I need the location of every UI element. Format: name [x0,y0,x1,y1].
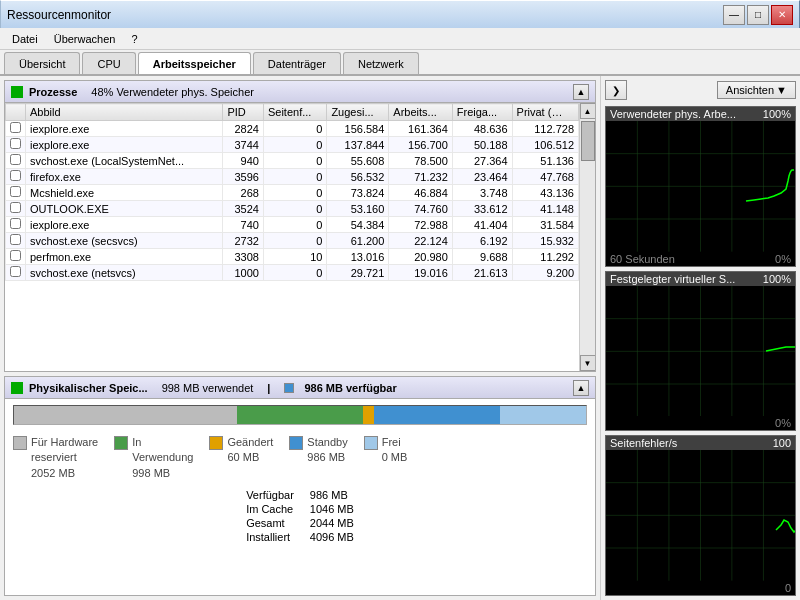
row-freiga: 41.404 [452,217,512,233]
tab-arbeitsspeicher[interactable]: Arbeitsspeicher [138,52,251,74]
row-checkbox[interactable] [6,153,26,169]
row-freiga: 6.192 [452,233,512,249]
row-seitenf: 10 [263,249,326,265]
close-button[interactable]: ✕ [771,5,793,25]
row-zugesi: 53.160 [327,201,389,217]
table-row[interactable]: svchost.exe (secsvcs) 2732 0 61.200 22.1… [6,233,579,249]
bar-free [500,406,586,424]
table-row[interactable]: Mcshield.exe 268 0 73.824 46.884 3.748 4… [6,185,579,201]
legend-standby-color [289,436,303,450]
tab-datentrager[interactable]: Datenträger [253,52,341,74]
table-row[interactable]: firefox.exe 3596 0 56.532 71.232 23.464 … [6,169,579,185]
col-seitenf[interactable]: Seitenf... [263,104,326,121]
memory-title-group: Physikalischer Speic... 998 MB verwendet… [11,382,397,394]
col-checkbox [6,104,26,121]
tab-netzwerk[interactable]: Netzwerk [343,52,419,74]
memory-status-indicator [11,382,23,394]
row-checkbox[interactable] [6,249,26,265]
legend-standby-text: Standby986 MB [307,435,347,466]
row-checkbox[interactable] [6,233,26,249]
stat-installiert-label: Installiert [246,531,294,543]
bar-hardware [14,406,237,424]
chart-virtual-canvas [606,286,795,417]
memory-header: Physikalischer Speic... 998 MB verwendet… [5,377,595,399]
table-row[interactable]: iexplore.exe 740 0 54.384 72.988 41.404 … [6,217,579,233]
legend-inuse: InVerwendung998 MB [114,435,193,481]
ansichten-button[interactable]: Ansichten ▼ [717,81,796,99]
row-privat: 9.200 [512,265,578,281]
table-row[interactable]: svchost.exe (netsvcs) 1000 0 29.721 19.0… [6,265,579,281]
row-arbeits: 78.500 [389,153,452,169]
row-seitenf: 0 [263,137,326,153]
row-privat: 31.584 [512,217,578,233]
row-checkbox[interactable] [6,201,26,217]
memory-legend: Für Hardwarereserviert2052 MB InVerwendu… [5,431,595,485]
legend-modified-color [209,436,223,450]
scroll-up-btn[interactable]: ▲ [580,103,596,119]
row-checkbox[interactable] [6,265,26,281]
menu-uberwachen[interactable]: Überwachen [46,31,124,47]
row-name: firefox.exe [26,169,223,185]
memory-separator: | [267,382,270,394]
main-area: Prozesse 48% Verwendeter phys. Speicher … [0,76,800,600]
legend-free: Frei0 MB [364,435,408,481]
row-checkbox[interactable] [6,185,26,201]
row-checkbox[interactable] [6,169,26,185]
row-seitenf: 0 [263,233,326,249]
row-arbeits: 161.364 [389,121,452,137]
col-abbild[interactable]: Abbild [26,104,223,121]
row-privat: 47.768 [512,169,578,185]
scroll-down-btn[interactable]: ▼ [580,355,596,371]
memory-section: Physikalischer Speic... 998 MB verwendet… [4,376,596,596]
chart-virtual: Festgelegter virtueller S... 100% 0% [605,271,796,432]
col-privat[interactable]: Privat (… [512,104,578,121]
legend-free-text: Frei0 MB [382,435,408,466]
memory-stats-area: Verfügbar 986 MB Im Cache 1046 MB Gesamt… [5,485,595,547]
row-arbeits: 74.760 [389,201,452,217]
processes-collapse-btn[interactable]: ▲ [573,84,589,100]
legend-hardware-color [13,436,27,450]
col-arbeits[interactable]: Arbeits... [389,104,452,121]
col-pid[interactable]: PID [223,104,264,121]
process-table-container[interactable]: Abbild PID Seitenf... Zugesi... Arbeits.… [5,103,579,371]
nav-back-button[interactable]: ❯ [605,80,627,100]
processes-title-group: Prozesse 48% Verwendeter phys. Speicher [11,86,254,98]
row-checkbox[interactable] [6,137,26,153]
row-privat: 51.136 [512,153,578,169]
table-row[interactable]: iexplore.exe 2824 0 156.584 161.364 48.6… [6,121,579,137]
maximize-button[interactable]: □ [747,5,769,25]
row-checkbox[interactable] [6,121,26,137]
processes-title: Prozesse [29,86,77,98]
memory-available: 986 MB verfügbar [304,382,396,394]
left-panel: Prozesse 48% Verwendeter phys. Speicher … [0,76,600,600]
tab-cpu[interactable]: CPU [82,52,135,74]
table-row[interactable]: perfmon.exe 3308 10 13.016 20.980 9.688 … [6,249,579,265]
row-freiga: 27.364 [452,153,512,169]
table-row[interactable]: iexplore.exe 3744 0 137.844 156.700 50.1… [6,137,579,153]
row-freiga: 9.688 [452,249,512,265]
memory-collapse-btn[interactable]: ▲ [573,380,589,396]
col-freiga[interactable]: Freiga... [452,104,512,121]
menu-datei[interactable]: Datei [4,31,46,47]
chart-virtual-bottom-label: 0% [775,417,791,429]
table-row[interactable]: OUTLOOK.EXE 3524 0 53.160 74.760 33.612 … [6,201,579,217]
minimize-button[interactable]: — [723,5,745,25]
legend-free-color [364,436,378,450]
row-zugesi: 137.844 [327,137,389,153]
chart-virtual-label-right: 100% [763,273,791,285]
table-row[interactable]: svchost.exe (LocalSystemNet... 940 0 55.… [6,153,579,169]
processes-scrollbar[interactable]: ▲ ▼ [579,103,595,371]
chart-pagefaults-label-right: 100 [773,437,791,449]
tab-ubersicht[interactable]: Übersicht [4,52,80,74]
row-name: iexplore.exe [26,137,223,153]
chart-pagefaults-label: Seitenfehler/s 100 [606,436,795,450]
row-pid: 2732 [223,233,264,249]
legend-modified: Geändert60 MB [209,435,273,481]
row-checkbox[interactable] [6,217,26,233]
row-freiga: 50.188 [452,137,512,153]
scroll-thumb[interactable] [581,121,595,161]
memory-usage-badge: 48% Verwendeter phys. Speicher [91,86,254,98]
col-zugesi[interactable]: Zugesi... [327,104,389,121]
menu-help[interactable]: ? [123,31,145,47]
legend-inuse-text: InVerwendung998 MB [132,435,193,481]
